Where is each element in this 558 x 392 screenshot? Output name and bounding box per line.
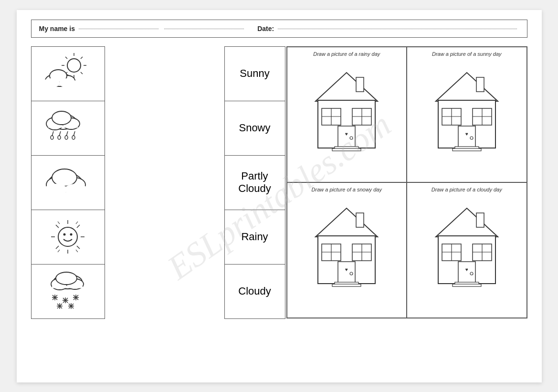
house-rainy-icon: ♥ — [308, 61, 385, 161]
svg-point-27 — [65, 136, 68, 139]
svg-line-8 — [81, 72, 83, 74]
svg-rect-125 — [453, 284, 481, 286]
svg-line-5 — [65, 57, 67, 59]
weather-img-rainy — [31, 101, 105, 156]
svg-line-43 — [56, 225, 59, 228]
name-label: My name is — [39, 25, 75, 32]
draw-cell-snowy: Draw a picture of a snowy day ♥ — [287, 182, 407, 318]
svg-line-50 — [76, 250, 78, 252]
house-sunny-icon: ♥ — [429, 61, 505, 161]
draw-cell-cloudy: Draw a picture of a cloudy day ♥ — [407, 182, 527, 318]
svg-line-47 — [58, 222, 60, 224]
svg-rect-97 — [453, 148, 481, 151]
draw-prompt-cloudy: Draw a picture of a cloudy day — [432, 187, 502, 192]
main-content: Sunny Snowy Partly Cloudy Rainy Cloudy D… — [31, 46, 527, 318]
svg-point-26 — [58, 136, 61, 139]
house-cloudy-icon: ♥ — [429, 196, 505, 297]
date-label: Date: — [257, 25, 274, 32]
svg-point-54 — [56, 272, 77, 285]
partly-cloudy-icon — [42, 52, 94, 95]
name-dots-2 — [164, 29, 244, 29]
draw-prompt-sunny: Draw a picture of a sunny day — [432, 51, 502, 57]
svg-line-44 — [77, 225, 80, 228]
svg-rect-111 — [332, 284, 361, 286]
svg-point-37 — [63, 233, 66, 236]
svg-point-32 — [52, 169, 77, 186]
label-snowy: Snowy — [224, 101, 285, 156]
svg-rect-119 — [476, 213, 484, 227]
date-dots — [278, 29, 517, 29]
svg-rect-105 — [356, 213, 364, 227]
svg-point-25 — [51, 136, 53, 139]
svg-marker-76 — [316, 73, 378, 101]
svg-text:♥: ♥ — [465, 131, 468, 137]
svg-line-45 — [56, 246, 59, 249]
rainy-icon — [42, 106, 94, 149]
name-dots — [79, 29, 158, 29]
svg-marker-104 — [316, 208, 378, 237]
svg-marker-118 — [436, 208, 498, 237]
svg-marker-90 — [436, 73, 498, 101]
draw-prompt-snowy: Draw a picture of a snowy day — [312, 187, 382, 192]
svg-point-38 — [70, 233, 73, 236]
cloudy-icon — [42, 161, 94, 204]
weather-img-snowy — [31, 264, 105, 319]
snowy-icon — [42, 270, 94, 313]
sunny-icon — [42, 215, 94, 258]
weather-img-cloudy — [31, 155, 105, 210]
svg-rect-83 — [332, 148, 361, 151]
label-partly-cloudy: Partly Cloudy — [224, 155, 285, 210]
drawing-area: Draw a picture of a rainy day ♥ — [286, 46, 527, 318]
house-snowy-icon: ♥ — [308, 196, 385, 297]
svg-point-0 — [67, 59, 81, 72]
label-cloudy: Cloudy — [224, 264, 285, 319]
svg-text:♥: ♥ — [465, 267, 468, 272]
label-rainy: Rainy — [224, 210, 285, 265]
svg-line-49 — [58, 250, 60, 252]
weather-img-sunny — [31, 210, 105, 265]
svg-point-28 — [72, 136, 75, 139]
weather-labels-column: Sunny Snowy Partly Cloudy Rainy Cloudy — [224, 46, 286, 318]
draw-cell-sunny: Draw a picture of a sunny day ♥ — [407, 47, 527, 182]
header-line: My name is Date: — [39, 25, 519, 32]
svg-point-36 — [58, 227, 77, 246]
svg-rect-91 — [476, 77, 484, 92]
svg-line-46 — [77, 246, 80, 249]
svg-line-6 — [81, 57, 83, 59]
worksheet-page: ESLprintables.com My name is Date: — [17, 10, 542, 382]
label-sunny: Sunny — [224, 46, 285, 101]
weather-img-partly-cloudy — [31, 46, 105, 101]
header-box: My name is Date: — [31, 20, 527, 38]
svg-rect-77 — [356, 77, 364, 92]
draw-cell-rainy: Draw a picture of a rainy day ♥ — [287, 47, 407, 182]
svg-text:♥: ♥ — [345, 267, 348, 272]
svg-line-48 — [76, 222, 78, 224]
draw-prompt-rainy: Draw a picture of a rainy day — [313, 51, 380, 57]
weather-images-column — [31, 46, 115, 318]
svg-point-19 — [52, 111, 71, 125]
svg-text:♥: ♥ — [345, 131, 348, 137]
